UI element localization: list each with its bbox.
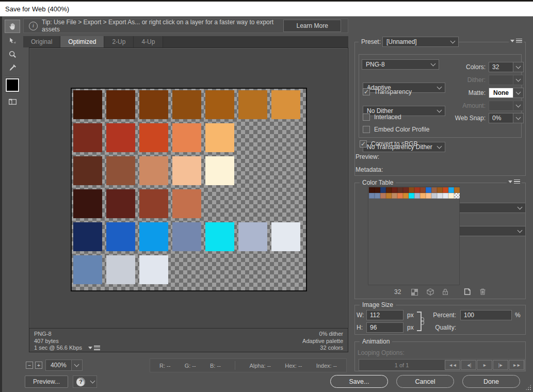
dialog-title-bar[interactable]: Save for Web (400%) (0, 2, 533, 17)
web-snap-spinner[interactable]: 0% (489, 113, 524, 123)
convert-srgb-checkbox[interactable]: ✓ (360, 140, 367, 148)
color-table-transparency-swatch[interactable] (454, 193, 460, 199)
toggle-slices-visibility-button[interactable] (5, 95, 20, 108)
zoom-out-button[interactable]: − (26, 362, 33, 369)
color-table-swatch[interactable] (437, 187, 443, 193)
last-frame-button[interactable]: ►► (509, 360, 524, 370)
format-dropdown[interactable]: PNG-8 (362, 59, 439, 70)
transparency-checkbox[interactable]: ✓ (363, 88, 370, 95)
preset-menu-icon[interactable] (509, 39, 524, 43)
zoom-tool-button[interactable] (5, 47, 20, 61)
preview-in-browser-button[interactable]: Preview... (25, 375, 68, 388)
browser-icon: ? (76, 378, 85, 386)
color-table-swatch[interactable] (369, 193, 375, 199)
color-table-swatch[interactable] (448, 187, 454, 193)
colors-spinner[interactable]: 32 (489, 62, 524, 72)
zoom-chevron-button[interactable] (72, 360, 83, 371)
color-table-swatch[interactable] (454, 187, 460, 193)
convert-srgb-row: ✓ Convert to sRGB (360, 140, 418, 148)
play-button[interactable]: ► (477, 360, 492, 370)
color-table-swatch[interactable] (380, 193, 386, 199)
zoom-in-button[interactable]: + (35, 362, 42, 369)
color-table-swatch[interactable] (375, 193, 380, 199)
next-frame-button[interactable]: |► (493, 360, 508, 370)
default-browser-button[interactable]: ? (73, 375, 89, 388)
lock-color-icon[interactable] (441, 288, 449, 296)
color-table-swatch[interactable] (426, 193, 431, 199)
color-table-swatch[interactable] (403, 193, 409, 199)
chevron-down-icon (74, 362, 79, 367)
color-table-swatch[interactable] (397, 187, 403, 193)
chevron-down-icon (431, 61, 436, 67)
color-table-swatch[interactable] (380, 187, 386, 193)
color-table-swatch[interactable] (375, 187, 380, 193)
matte-spinner[interactable]: None (489, 88, 524, 98)
color-table-swatch[interactable] (409, 193, 414, 199)
embed-color-profile-checkbox[interactable] (363, 126, 370, 133)
tab-2-up[interactable]: 2-Up (104, 36, 134, 47)
eyedropper-color-swatch[interactable] (6, 78, 19, 92)
save-button[interactable]: Save... (330, 375, 388, 388)
tab-optimized[interactable]: Optimized (60, 36, 104, 47)
quality-label: Quality: (429, 324, 456, 331)
web-shift-icon[interactable] (426, 288, 434, 296)
color-table-swatch[interactable] (443, 187, 448, 193)
cancel-button[interactable]: Cancel (396, 375, 454, 388)
link-dimensions-icon[interactable] (420, 317, 424, 325)
browser-select-chevron[interactable] (88, 375, 97, 388)
image-color-swatch (172, 222, 201, 251)
colors-chevron-button[interactable] (513, 62, 524, 72)
tab-4-up[interactable]: 4-Up (134, 36, 163, 47)
color-table-menu-icon[interactable] (507, 179, 522, 184)
previous-frame-button[interactable]: ◄| (461, 360, 476, 370)
color-table-swatch[interactable] (443, 193, 448, 199)
color-table-swatch[interactable] (426, 187, 431, 193)
learn-more-button[interactable]: Learn More (283, 20, 341, 32)
color-readout-bar: R: --G: --B: --Alpha: --Hex: --Index: -- (150, 358, 347, 372)
readout-index: Index: -- (316, 363, 337, 369)
color-table-swatch[interactable] (431, 187, 437, 193)
color-table-swatch[interactable] (409, 187, 414, 193)
color-table-swatch[interactable] (392, 187, 397, 193)
color-table-swatch[interactable] (431, 193, 437, 199)
web-snap-chevron-button[interactable] (513, 113, 524, 123)
image-color-swatch (205, 123, 234, 152)
color-table-swatch[interactable] (397, 193, 403, 199)
matte-chevron-button[interactable] (513, 88, 524, 98)
color-table-swatch[interactable] (420, 193, 426, 199)
delete-color-icon[interactable] (478, 287, 487, 296)
color-table-title: Color Table (360, 179, 396, 186)
image-color-swatch (106, 255, 135, 284)
zoom-level-select[interactable]: 400% (45, 360, 83, 371)
height-input[interactable] (366, 322, 403, 333)
percent-input[interactable] (460, 310, 512, 320)
chevron-down-icon (516, 103, 521, 108)
color-table-swatch[interactable] (420, 187, 426, 193)
color-table-swatch[interactable] (403, 187, 409, 193)
slice-select-tool-button[interactable] (5, 34, 20, 47)
eyedropper-tool-button[interactable] (5, 61, 20, 74)
color-table-swatch[interactable] (437, 193, 443, 199)
chevron-down-icon (516, 90, 521, 95)
color-table-swatch[interactable] (448, 193, 454, 199)
image-preview[interactable] (71, 88, 307, 291)
color-table-swatch[interactable] (414, 193, 420, 199)
hand-tool-button[interactable] (5, 20, 20, 33)
color-table-swatch[interactable] (414, 187, 420, 193)
dither-swatch-icon[interactable] (411, 289, 418, 296)
tip-bar: i Tip: Use File > Export > Export As... … (23, 19, 348, 33)
preset-dropdown[interactable]: [Unnamed] (382, 37, 459, 47)
width-input[interactable] (366, 310, 403, 320)
first-frame-button[interactable]: ◄◄ (445, 360, 460, 370)
color-table-swatch[interactable] (369, 187, 375, 193)
download-speed-menu-icon[interactable] (87, 346, 102, 350)
color-table-swatch[interactable] (386, 193, 392, 199)
tab-original[interactable]: Original (23, 36, 60, 47)
image-color-swatch (139, 156, 168, 185)
color-table-swatch[interactable] (392, 193, 397, 199)
window-resize-grip[interactable] (525, 384, 531, 390)
color-table-swatch[interactable] (386, 187, 392, 193)
new-color-icon[interactable] (463, 287, 472, 296)
interlaced-checkbox[interactable] (363, 113, 370, 121)
done-button[interactable]: Done (462, 375, 520, 388)
